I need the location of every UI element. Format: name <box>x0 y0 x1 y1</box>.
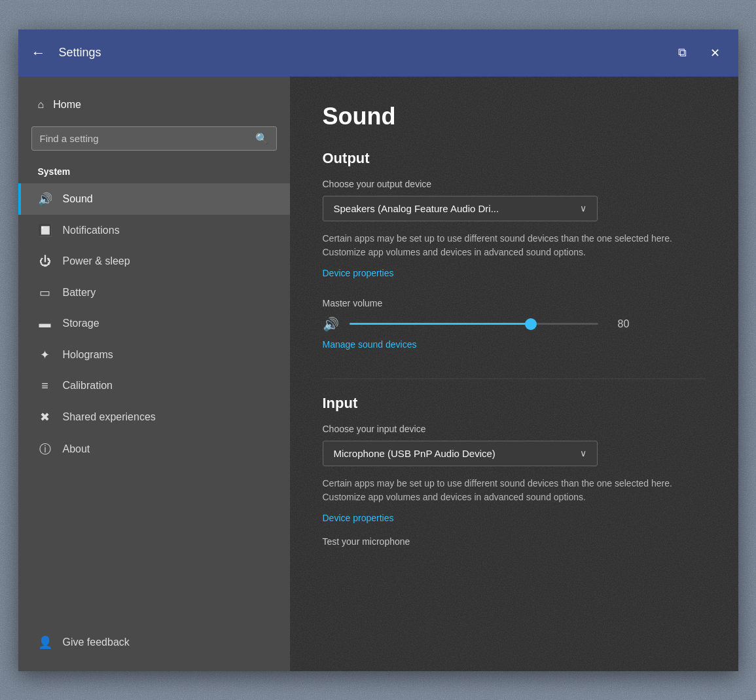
test-microphone-label: Test your microphone <box>323 536 706 547</box>
titlebar-controls: ⧉ ✕ <box>673 43 725 63</box>
sidebar-storage-label: Storage <box>63 318 99 329</box>
input-device-properties-link[interactable]: Device properties <box>323 513 394 523</box>
volume-row: 🔊 80 <box>323 316 706 332</box>
main-content: Sound Output Choose your output device S… <box>290 77 738 671</box>
output-device-label: Choose your output device <box>323 179 706 189</box>
section-divider <box>323 378 706 379</box>
page-title: Sound <box>323 103 706 130</box>
input-description: Certain apps may be set up to use differ… <box>323 477 689 504</box>
sidebar-item-storage[interactable]: ▬ Storage <box>18 308 290 339</box>
sidebar-item-sound[interactable]: 🔊 Sound <box>18 183 290 215</box>
titlebar-title: Settings <box>59 46 673 60</box>
input-device-label: Choose your input device <box>323 424 706 434</box>
search-box: 🔍 <box>31 126 277 151</box>
sidebar-section-title: System <box>18 161 290 183</box>
sidebar-shared-label: Shared experiences <box>63 411 156 423</box>
sidebar-item-holograms[interactable]: ✦ Holograms <box>18 339 290 371</box>
volume-section: Master volume 🔊 80 <box>323 298 706 332</box>
sidebar-home-label: Home <box>53 99 81 111</box>
holograms-icon: ✦ <box>38 348 52 362</box>
power-icon: ⏻ <box>38 255 52 268</box>
titlebar: ← Settings ⧉ ✕ <box>18 29 738 77</box>
about-icon: ⓘ <box>38 441 52 457</box>
home-icon: ⌂ <box>38 99 45 111</box>
input-section-title: Input <box>323 395 706 412</box>
sidebar-power-label: Power & sleep <box>63 255 130 267</box>
sound-icon: 🔊 <box>38 192 52 206</box>
shared-icon: ✖ <box>38 410 52 424</box>
output-description: Certain apps may be set up to use differ… <box>323 232 689 259</box>
sidebar-calibration-label: Calibration <box>63 380 113 392</box>
sidebar: ⌂ Home 🔍 System 🔊 Sound 🔲 Notifications … <box>18 77 290 671</box>
close-button[interactable]: ✕ <box>705 43 725 63</box>
sidebar-item-home[interactable]: ⌂ Home <box>18 90 290 120</box>
battery-icon: ▭ <box>38 286 52 300</box>
output-device-dropdown[interactable]: Speakers (Analog Feature Audio Dri... ∨ <box>323 196 598 221</box>
volume-value: 80 <box>618 318 638 330</box>
content-area: ⌂ Home 🔍 System 🔊 Sound 🔲 Notifications … <box>18 77 738 671</box>
manage-sound-devices-link[interactable]: Manage sound devices <box>323 339 417 350</box>
input-device-dropdown[interactable]: Microphone (USB PnP Audio Device) ∨ <box>323 441 598 466</box>
slider-track <box>350 323 598 325</box>
back-button[interactable]: ← <box>31 45 46 62</box>
sidebar-sound-label: Sound <box>63 193 93 205</box>
calibration-icon: ≡ <box>38 379 52 393</box>
sidebar-battery-label: Battery <box>63 287 96 299</box>
output-device-properties-link[interactable]: Device properties <box>323 268 394 278</box>
settings-window: ← Settings ⧉ ✕ ⌂ Home 🔍 System 🔊 Sound <box>18 29 738 671</box>
volume-label: Master volume <box>323 298 706 308</box>
output-device-value: Speakers (Analog Feature Audio Dri... <box>334 203 499 214</box>
notifications-icon: 🔲 <box>38 223 52 238</box>
sidebar-about-label: About <box>63 443 90 455</box>
sidebar-notifications-label: Notifications <box>63 225 120 236</box>
slider-thumb[interactable] <box>525 318 537 330</box>
input-device-value: Microphone (USB PnP Audio Device) <box>334 448 495 459</box>
sidebar-holograms-label: Holograms <box>63 349 113 361</box>
output-section-title: Output <box>323 150 706 167</box>
volume-icon: 🔊 <box>323 316 339 332</box>
input-section: Input Choose your input device Microphon… <box>323 395 706 547</box>
sidebar-item-calibration[interactable]: ≡ Calibration <box>18 371 290 401</box>
sidebar-feedback-label: Give feedback <box>63 636 130 648</box>
slider-fill <box>350 323 531 325</box>
sidebar-item-power[interactable]: ⏻ Power & sleep <box>18 246 290 277</box>
input-dropdown-arrow-icon: ∨ <box>580 448 586 458</box>
sidebar-item-notifications[interactable]: 🔲 Notifications <box>18 215 290 246</box>
sidebar-item-feedback[interactable]: 👤 Give feedback <box>18 627 290 658</box>
sidebar-item-battery[interactable]: ▭ Battery <box>18 277 290 308</box>
volume-slider[interactable] <box>350 318 598 331</box>
dropdown-arrow-icon: ∨ <box>580 203 586 213</box>
feedback-icon: 👤 <box>38 635 52 650</box>
sidebar-item-shared[interactable]: ✖ Shared experiences <box>18 401 290 433</box>
restore-button[interactable]: ⧉ <box>673 43 692 62</box>
search-input[interactable] <box>40 133 255 144</box>
sidebar-item-about[interactable]: ⓘ About <box>18 433 290 466</box>
storage-icon: ▬ <box>38 317 52 331</box>
search-icon: 🔍 <box>255 132 268 145</box>
